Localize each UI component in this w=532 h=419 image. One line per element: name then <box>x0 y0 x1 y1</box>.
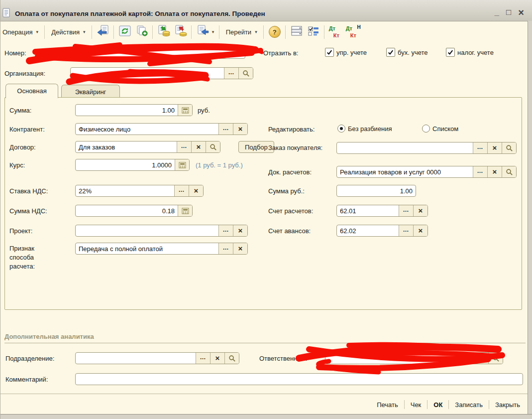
save-button[interactable]: Записать <box>449 398 489 412</box>
reflect-in-label: Отразить в: <box>263 49 298 57</box>
copy-document-button[interactable] <box>133 24 150 39</box>
post-document-button[interactable] <box>155 24 172 39</box>
actions-menu-label: Действия <box>51 28 80 36</box>
copy-add-icon <box>135 25 148 39</box>
toolbar-separator <box>263 25 264 39</box>
tab-acquiring[interactable]: Эквайринг <box>61 85 120 98</box>
check-icon <box>447 49 453 55</box>
reread-document-button[interactable] <box>95 24 111 39</box>
organization-label: Организация: <box>4 70 45 77</box>
window-title: Оплата от покупателя платежной картой: О… <box>15 10 265 17</box>
create-based-on-button[interactable]: ▾ <box>194 24 217 39</box>
document-journal-button[interactable] <box>288 24 305 39</box>
check-icon <box>326 49 332 55</box>
window-right-frame <box>528 21 532 415</box>
dt-kt-postings-button[interactable]: Дт Кт <box>327 24 344 39</box>
chevron-down-icon: ▾ <box>83 29 86 34</box>
checkbox-tax-accounting[interactable] <box>446 48 455 57</box>
department-clear-button[interactable]: × <box>210 353 224 364</box>
department-label: Подразделение: <box>5 355 54 362</box>
toolbar-separator <box>44 25 45 39</box>
department-field[interactable] <box>76 353 196 364</box>
post-document-icon <box>157 24 171 39</box>
window-bottom-frame <box>0 414 532 419</box>
footer-divider <box>0 394 532 394</box>
checkbox-label: бух. учете <box>398 49 428 56</box>
clear-icon: × <box>479 356 484 361</box>
tab-main[interactable]: Основная <box>5 84 58 98</box>
checkbox-label: налог. учете <box>457 49 494 56</box>
organization-open-button[interactable] <box>238 68 253 79</box>
checkbox-management-accounting[interactable] <box>325 48 334 57</box>
magnifier-icon <box>492 355 500 362</box>
responsible-field-group: … × <box>325 352 503 364</box>
toolbar-separator <box>219 25 220 39</box>
goto-menu-button[interactable]: Перейти ▾ <box>222 26 261 38</box>
refresh-button[interactable] <box>116 24 133 39</box>
titlebar: Оплата от покупателя платежной картой: О… <box>0 0 532 21</box>
payment-card-document-window: Оплата от покупателя платежной картой: О… <box>0 0 532 419</box>
document-arrow-left-icon <box>96 24 110 39</box>
responsible-field[interactable] <box>325 353 459 364</box>
close-form-button[interactable]: Закрыть <box>489 398 526 412</box>
organization-field[interactable] <box>71 68 224 79</box>
footer-button-bar: Печать Чек ОК Записать Закрыть <box>0 396 526 414</box>
unpost-document-button[interactable] <box>172 24 189 39</box>
responsible-select-button[interactable]: … <box>459 353 474 364</box>
toolbar-separator <box>191 25 192 39</box>
responsible-open-button[interactable] <box>488 353 503 364</box>
organization-field-group: … <box>70 67 253 79</box>
document-arrow-right-icon <box>197 24 211 39</box>
operation-menu-label: Операция <box>2 28 33 36</box>
operation-menu-button[interactable]: Операция ▾ <box>0 26 42 38</box>
responsible-label: Ответственный: <box>259 355 307 362</box>
tab-page-main <box>4 97 522 310</box>
maximize-button[interactable]: □ <box>506 9 511 16</box>
goto-menu-label: Перейти <box>226 28 252 36</box>
dt-kt-n-icon: Дт Кт Н <box>345 25 360 38</box>
toolbar-separator <box>285 25 286 39</box>
dt-kt-tax-postings-button[interactable]: Дт Кт Н <box>344 24 361 39</box>
section-divider <box>4 343 526 343</box>
ok-button[interactable]: ОК <box>427 398 448 412</box>
magnifier-icon <box>228 355 236 362</box>
toolbar-separator <box>152 25 153 39</box>
chevron-down-icon: ▾ <box>36 29 39 34</box>
close-button[interactable]: × <box>518 9 524 16</box>
print-button[interactable]: Печать <box>371 398 404 412</box>
analytics-section-title: Дополнительная аналитика <box>4 333 94 340</box>
toolbar-separator <box>113 25 114 39</box>
checkbox-label: упр. учете <box>336 49 367 56</box>
checklist-icon <box>307 25 320 39</box>
checkbox-book-accounting[interactable] <box>386 48 395 57</box>
help-button[interactable]: ? <box>266 24 283 39</box>
department-open-button[interactable] <box>224 353 239 364</box>
document-structure-button[interactable] <box>305 24 322 39</box>
chevron-down-icon: ▾ <box>212 29 214 34</box>
number-label: Номер: <box>4 49 26 57</box>
department-field-group: … × <box>75 352 239 364</box>
dt-kt-icon: Дт Кт <box>328 25 343 38</box>
number-field[interactable] <box>71 47 245 58</box>
responsible-clear-button[interactable]: × <box>474 353 488 364</box>
toolbar: Операция ▾ Действия ▾ <box>0 21 527 42</box>
receipt-button[interactable]: Чек <box>405 398 427 412</box>
minimize-button[interactable]: _ <box>495 9 499 16</box>
check-icon <box>388 49 394 55</box>
document-icon <box>2 8 11 18</box>
number-field-group <box>70 47 245 59</box>
comment-field-group <box>75 373 523 385</box>
magnifier-icon <box>242 70 250 77</box>
list-rows-icon <box>290 25 303 39</box>
toolbar-separator <box>324 25 325 39</box>
chevron-down-icon: ▾ <box>255 29 257 34</box>
comment-label: Комментарий: <box>5 376 48 383</box>
refresh-icon <box>118 25 131 39</box>
unpost-document-icon <box>174 24 188 39</box>
department-select-button[interactable]: … <box>196 353 210 364</box>
toolbar-separator <box>92 25 93 39</box>
organization-select-button[interactable]: … <box>224 68 238 79</box>
actions-menu-button[interactable]: Действия ▾ <box>47 26 90 38</box>
help-icon: ? <box>269 26 281 38</box>
comment-field[interactable] <box>76 374 523 385</box>
